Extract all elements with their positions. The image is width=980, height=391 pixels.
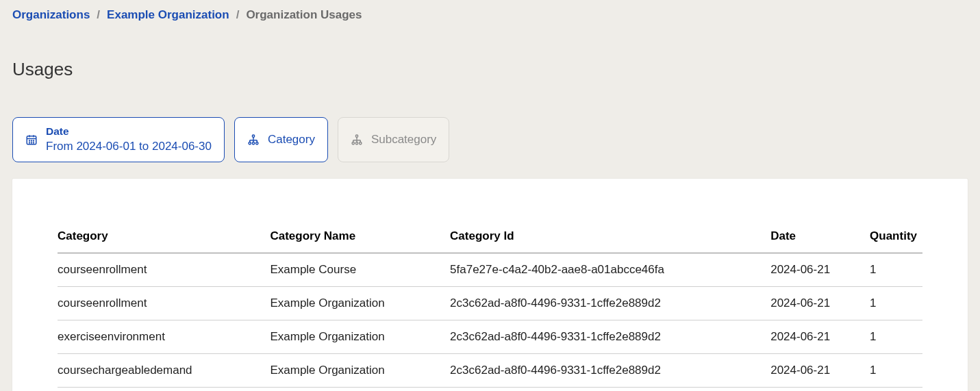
svg-point-9 xyxy=(34,142,34,143)
svg-point-22 xyxy=(355,142,357,144)
cell-quantity: 1 xyxy=(870,286,922,320)
th-quantity: Quantity xyxy=(870,221,922,253)
cell-date: 2024-06-21 xyxy=(770,353,870,387)
cell-date: 2024-06-21 xyxy=(770,253,870,286)
cell-category-name: Example Organization xyxy=(270,320,450,353)
cell-quantity: 1 xyxy=(870,320,922,353)
filter-date[interactable]: Date From 2024-06-01 to 2024-06-30 xyxy=(12,117,225,162)
breadcrumb-example-organization[interactable]: Example Organization xyxy=(107,8,229,22)
cell-quantity: 1 xyxy=(870,253,922,286)
breadcrumb-separator: / xyxy=(97,8,100,22)
th-date: Date xyxy=(770,221,870,253)
breadcrumb-current: Organization Usages xyxy=(246,8,362,22)
cell-category-name: Example Course xyxy=(270,253,450,286)
svg-point-6 xyxy=(34,140,34,141)
cell-category: courseenrollment xyxy=(58,286,270,320)
th-category: Category xyxy=(58,221,270,253)
table-row: courseenrollment Example Course 5fa7e27e… xyxy=(58,253,922,286)
cell-category: coursechargeabledemand xyxy=(58,353,270,387)
svg-point-11 xyxy=(249,142,251,144)
svg-point-7 xyxy=(29,142,30,143)
table-row: exerciseenvironment Example Organization… xyxy=(58,320,922,353)
table-row: courseenrollment Example Organization 2c… xyxy=(58,286,922,320)
cell-category-id: 2c3c62ad-a8f0-4496-9331-1cffe2e889d2 xyxy=(450,353,770,387)
breadcrumb-organizations[interactable]: Organizations xyxy=(12,8,90,22)
filter-subcategory-label: Subcategory xyxy=(371,133,436,147)
th-category-id: Category Id xyxy=(450,221,770,253)
svg-point-5 xyxy=(32,140,32,141)
cell-category: exerciseenvironment xyxy=(58,320,270,353)
table-row: coursechargeabledemand Example Organizat… xyxy=(58,353,922,387)
svg-point-4 xyxy=(29,140,30,141)
breadcrumb-separator: / xyxy=(236,8,240,22)
filter-bar: Date From 2024-06-01 to 2024-06-30 xyxy=(12,117,968,162)
svg-point-23 xyxy=(360,142,362,144)
svg-point-12 xyxy=(252,142,254,144)
breadcrumb: Organizations / Example Organization / O… xyxy=(12,5,968,22)
svg-point-10 xyxy=(252,135,254,137)
cell-category-name: Example Organization xyxy=(270,353,450,387)
cell-category: courseenrollment xyxy=(58,253,270,286)
cell-date: 2024-06-21 xyxy=(770,286,870,320)
filter-category[interactable]: Category xyxy=(234,117,328,162)
cell-quantity: 1 xyxy=(870,353,922,387)
filter-date-value: From 2024-06-01 to 2024-06-30 xyxy=(46,139,212,155)
filter-date-label: Date xyxy=(46,125,212,139)
th-category-name: Category Name xyxy=(270,221,450,253)
page-title: Usages xyxy=(12,59,968,80)
svg-point-21 xyxy=(352,142,354,144)
cell-date: 2024-06-21 xyxy=(770,320,870,353)
svg-point-20 xyxy=(355,135,357,137)
cell-category-id: 2c3c62ad-a8f0-4496-9331-1cffe2e889d2 xyxy=(450,286,770,320)
hierarchy-icon xyxy=(247,134,260,146)
cell-category-id: 2c3c62ad-a8f0-4496-9331-1cffe2e889d2 xyxy=(450,320,770,353)
hierarchy-icon xyxy=(351,134,363,146)
svg-point-13 xyxy=(256,142,258,144)
filter-category-label: Category xyxy=(268,133,315,147)
filter-subcategory: Subcategory xyxy=(338,117,449,162)
cell-category-name: Example Organization xyxy=(270,286,450,320)
usages-table: Category Category Name Category Id Date … xyxy=(58,221,922,388)
cell-category-id: 5fa7e27e-c4a2-40b2-aae8-a01abcce46fa xyxy=(450,253,770,286)
usages-table-card: Category Category Name Category Id Date … xyxy=(12,179,968,391)
svg-point-8 xyxy=(32,142,32,143)
calendar-icon xyxy=(25,134,38,146)
